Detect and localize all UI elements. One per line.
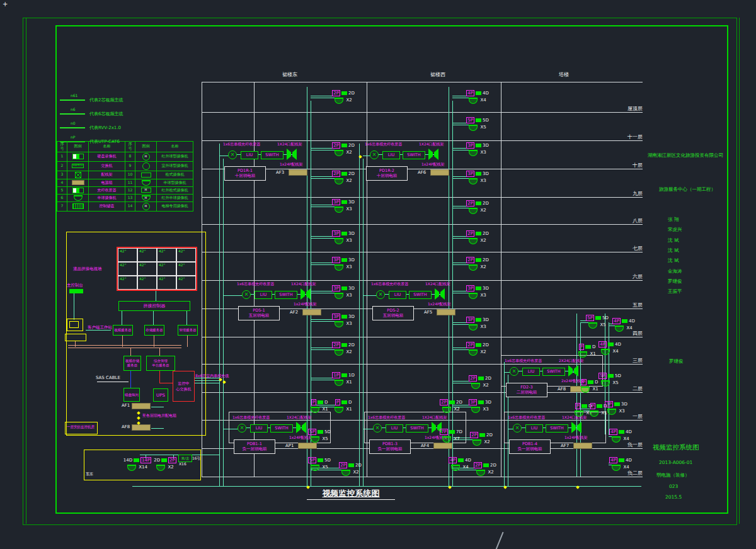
camera-box-icon <box>595 316 601 320</box>
patch-panel-bottom-label: 1x24P配线架 <box>280 162 303 167</box>
patch-panel-bottom-label: 1x24P配线架 <box>421 162 445 167</box>
legend-name: 交换机 <box>89 161 125 171</box>
wall-controller-label: 拼接控制器 <box>144 303 166 309</box>
dome-camera-icon <box>335 98 343 104</box>
camera-box-icon <box>318 400 323 404</box>
legend-symbol <box>67 186 89 194</box>
camera-poe-label: 3P <box>332 257 340 263</box>
wall-cell: 42" <box>118 262 137 276</box>
camera-count-label: X3 <box>346 321 352 326</box>
dome-camera-icon <box>469 293 478 299</box>
camera-count-label: X5 <box>612 380 618 385</box>
floor-line <box>202 224 643 225</box>
camera-poe-label: 2P <box>469 375 477 382</box>
fiber-transceiver-label: 1x6芯单模光纤收发器 <box>505 358 542 364</box>
grid-top-line <box>202 82 643 82</box>
legend-name: 电梯专用摄像机 <box>157 201 193 211</box>
camera-data-label: 2D <box>486 433 493 438</box>
camera-box-icon <box>476 343 481 347</box>
camera-data-label: 2D <box>485 376 491 381</box>
dome-camera-icon <box>335 321 343 327</box>
legend-symbol <box>67 179 89 186</box>
dome-camera-icon <box>451 465 460 471</box>
camera-box-icon <box>476 201 481 205</box>
camera-count-label: X5 <box>322 465 328 470</box>
camera-data-label: 5D <box>324 458 331 463</box>
distribution-box-label: PD5-1五层弱电箱 <box>238 306 280 320</box>
dome-camera-icon <box>469 238 478 244</box>
titleblock-drawing-no: 2013-A006-01 <box>659 460 692 465</box>
camera-box-icon <box>341 232 347 235</box>
camera-poe-label: 5P <box>466 117 474 123</box>
titleblock-name: 沈 斌 <box>668 247 679 254</box>
dome-camera-icon <box>588 322 597 329</box>
liu-box: LIU <box>255 291 272 299</box>
switch-box: SWITH <box>261 151 284 159</box>
legend-name: 配线架 <box>89 171 125 179</box>
titleblock-date: 2015.5 <box>665 495 682 500</box>
camera-poe-label: 3P <box>605 401 613 407</box>
wall-cell: 42" <box>176 248 196 262</box>
floor-label: 十层 <box>592 162 643 169</box>
legend-symbol <box>67 201 89 211</box>
camera-data-label: 2D <box>154 458 160 463</box>
switch-box: SWITH <box>542 368 565 376</box>
camera-poe-label: 3P <box>469 399 477 405</box>
core-switch-line2: 心交换机 <box>176 387 192 392</box>
camera: PD X1 <box>324 399 362 413</box>
camera-count-label: X7 <box>454 436 459 441</box>
floor-line <box>202 140 643 141</box>
camera-box-icon <box>622 319 627 323</box>
legend-name: 枪式摄像机 <box>157 171 193 179</box>
titleblock-company: 湖南湘江新区文化旅游投资有限公司 <box>648 153 723 158</box>
server-box-1: 视频服务器 <box>113 325 133 336</box>
camera-count-label: X4 <box>612 349 618 354</box>
power-feed-label: AF4 <box>421 443 429 448</box>
camera: 2P2D X2 <box>331 462 369 476</box>
camera-data-label: 2D <box>483 342 489 348</box>
patch-panel-bottom-label: 1x24P配线架 <box>428 302 451 307</box>
drawing-sheet: + 42"42"42"42"42"42"42"42"42"42"42"42" 液… <box>0 0 756 549</box>
camera: 4P4D X4 <box>459 90 496 104</box>
legend-cable-symbol: nP <box>71 135 75 139</box>
dome-camera-icon <box>471 407 480 413</box>
camera-poe-label: 2P <box>168 457 176 463</box>
af8-powerbar <box>132 424 151 431</box>
monitor-wall-label: 液晶拼接电视墙 <box>73 267 102 271</box>
liu-box: LIU <box>382 151 400 159</box>
legend-name: 光纤收发器 <box>89 186 125 194</box>
wall-cell: 42" <box>118 276 137 290</box>
camera-count-label: X1 <box>346 407 352 412</box>
floor-label: 八层 <box>592 217 643 224</box>
legend-symbol <box>135 179 157 186</box>
legend-symbol: H <box>135 194 157 201</box>
camera: 2P2D X2 <box>461 375 499 389</box>
wall-cell: 42" <box>118 248 137 262</box>
camera-poe-label: 3P <box>332 230 340 237</box>
garage-x16-label: X16 <box>179 462 186 466</box>
legend-no: 12 <box>125 186 135 194</box>
camera-data-label: 3D <box>483 317 489 322</box>
dome-camera-icon <box>341 470 350 476</box>
camera-data-label: 2D <box>348 91 355 96</box>
power-feed-label: AF6 <box>418 170 426 175</box>
legend-no: 7 <box>57 201 67 211</box>
camera-count-label: X2 <box>346 349 352 354</box>
legend-no: 2 <box>57 161 67 171</box>
floor-line <box>202 197 643 198</box>
floor-label: 屋顶层 <box>592 105 643 112</box>
camera: 2P2D X2 <box>324 90 362 104</box>
power-bar-icon <box>433 443 452 449</box>
camera-box-icon <box>608 342 614 346</box>
console-icon <box>69 289 83 293</box>
switch-box: SWITH <box>403 151 425 159</box>
switch-box: SWITH <box>275 291 297 299</box>
workstation-screen-icon <box>69 321 79 328</box>
garage-corner-label: 车库 <box>86 472 93 476</box>
camera: 2P2D X2 <box>324 342 362 356</box>
legend-cable-symbol: n0 <box>71 121 76 125</box>
wire-segment <box>576 314 577 477</box>
wall-cell: 42" <box>176 276 196 290</box>
power-bar-icon <box>289 169 307 176</box>
af1-label: AF1 <box>122 404 130 408</box>
